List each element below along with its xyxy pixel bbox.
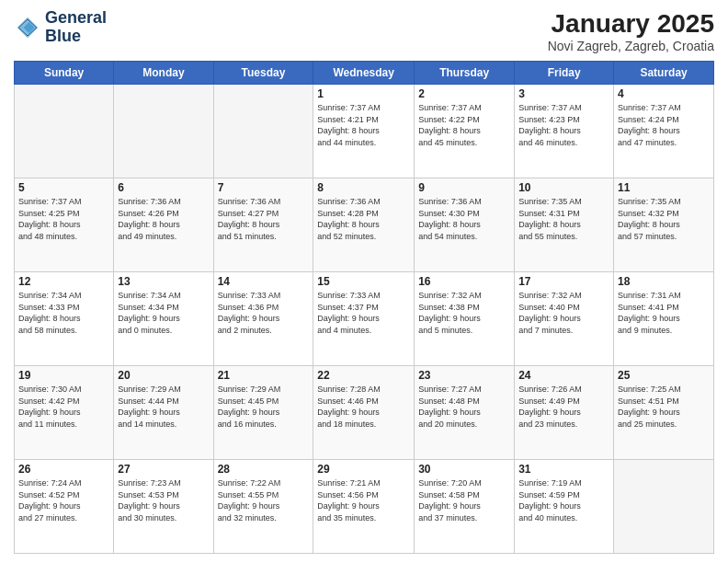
day-info: Sunrise: 7:28 AM Sunset: 4:46 PM Dayligh… <box>317 384 410 430</box>
calendar-cell: 6Sunrise: 7:36 AM Sunset: 4:26 PM Daylig… <box>114 178 213 272</box>
day-number: 13 <box>118 275 209 288</box>
calendar-cell: 25Sunrise: 7:25 AM Sunset: 4:51 PM Dayli… <box>614 366 714 460</box>
day-info: Sunrise: 7:37 AM Sunset: 4:21 PM Dayligh… <box>317 102 410 148</box>
day-info: Sunrise: 7:23 AM Sunset: 4:53 PM Dayligh… <box>118 477 209 523</box>
logo: General Blue <box>14 9 107 46</box>
calendar-week-3: 12Sunrise: 7:34 AM Sunset: 4:33 PM Dayli… <box>15 272 714 366</box>
day-number: 31 <box>518 463 609 476</box>
calendar-cell: 20Sunrise: 7:29 AM Sunset: 4:44 PM Dayli… <box>114 366 213 460</box>
day-info: Sunrise: 7:37 AM Sunset: 4:25 PM Dayligh… <box>18 196 109 242</box>
day-info: Sunrise: 7:33 AM Sunset: 4:37 PM Dayligh… <box>317 290 410 336</box>
logo-line1: General <box>45 9 107 28</box>
calendar-cell: 18Sunrise: 7:31 AM Sunset: 4:41 PM Dayli… <box>614 272 714 366</box>
calendar-cell: 22Sunrise: 7:28 AM Sunset: 4:46 PM Dayli… <box>313 366 415 460</box>
day-info: Sunrise: 7:25 AM Sunset: 4:51 PM Dayligh… <box>618 384 710 430</box>
day-info: Sunrise: 7:33 AM Sunset: 4:36 PM Dayligh… <box>218 290 310 336</box>
calendar-week-2: 5Sunrise: 7:37 AM Sunset: 4:25 PM Daylig… <box>15 178 714 272</box>
day-number: 4 <box>618 87 710 100</box>
logo-icon <box>14 14 41 41</box>
day-number: 20 <box>118 369 209 382</box>
weekday-header-friday: Friday <box>515 62 614 85</box>
day-number: 11 <box>618 181 710 194</box>
day-number: 16 <box>418 275 510 288</box>
day-info: Sunrise: 7:34 AM Sunset: 4:33 PM Dayligh… <box>18 290 109 336</box>
day-number: 8 <box>317 181 410 194</box>
day-number: 30 <box>418 463 510 476</box>
day-info: Sunrise: 7:29 AM Sunset: 4:44 PM Dayligh… <box>118 384 209 430</box>
calendar-cell: 28Sunrise: 7:22 AM Sunset: 4:55 PM Dayli… <box>213 460 313 554</box>
day-number: 10 <box>518 181 609 194</box>
weekday-header-row: SundayMondayTuesdayWednesdayThursdayFrid… <box>15 62 714 85</box>
day-number: 5 <box>18 181 109 194</box>
calendar-week-5: 26Sunrise: 7:24 AM Sunset: 4:52 PM Dayli… <box>15 460 714 554</box>
calendar-cell: 16Sunrise: 7:32 AM Sunset: 4:38 PM Dayli… <box>415 272 515 366</box>
day-number: 21 <box>218 369 310 382</box>
calendar-cell <box>614 460 714 554</box>
calendar-cell: 23Sunrise: 7:27 AM Sunset: 4:48 PM Dayli… <box>415 366 515 460</box>
day-number: 18 <box>618 275 710 288</box>
day-number: 22 <box>317 369 410 382</box>
day-number: 9 <box>418 181 510 194</box>
day-number: 23 <box>418 369 510 382</box>
calendar-cell <box>213 85 313 178</box>
logo-line2: Blue <box>45 28 107 46</box>
calendar-cell: 5Sunrise: 7:37 AM Sunset: 4:25 PM Daylig… <box>15 178 114 272</box>
day-info: Sunrise: 7:32 AM Sunset: 4:38 PM Dayligh… <box>418 290 510 336</box>
calendar-cell: 13Sunrise: 7:34 AM Sunset: 4:34 PM Dayli… <box>114 272 213 366</box>
calendar-week-1: 1Sunrise: 7:37 AM Sunset: 4:21 PM Daylig… <box>15 85 714 178</box>
day-info: Sunrise: 7:30 AM Sunset: 4:42 PM Dayligh… <box>18 384 109 430</box>
day-number: 7 <box>218 181 310 194</box>
weekday-header-wednesday: Wednesday <box>313 62 415 85</box>
day-number: 17 <box>518 275 609 288</box>
weekday-header-saturday: Saturday <box>614 62 714 85</box>
day-info: Sunrise: 7:37 AM Sunset: 4:23 PM Dayligh… <box>518 102 609 148</box>
calendar-cell: 31Sunrise: 7:19 AM Sunset: 4:59 PM Dayli… <box>515 460 614 554</box>
calendar-cell: 1Sunrise: 7:37 AM Sunset: 4:21 PM Daylig… <box>313 85 415 178</box>
day-info: Sunrise: 7:36 AM Sunset: 4:28 PM Dayligh… <box>317 196 410 242</box>
day-info: Sunrise: 7:26 AM Sunset: 4:49 PM Dayligh… <box>518 384 609 430</box>
day-number: 3 <box>518 87 609 100</box>
calendar-cell: 17Sunrise: 7:32 AM Sunset: 4:40 PM Dayli… <box>515 272 614 366</box>
calendar-cell: 8Sunrise: 7:36 AM Sunset: 4:28 PM Daylig… <box>313 178 415 272</box>
page: General Blue January 2025 Novi Zagreb, Z… <box>0 0 728 563</box>
day-info: Sunrise: 7:24 AM Sunset: 4:52 PM Dayligh… <box>18 477 109 523</box>
calendar-cell: 4Sunrise: 7:37 AM Sunset: 4:24 PM Daylig… <box>614 85 714 178</box>
day-info: Sunrise: 7:20 AM Sunset: 4:58 PM Dayligh… <box>418 477 510 523</box>
calendar-cell: 19Sunrise: 7:30 AM Sunset: 4:42 PM Dayli… <box>15 366 114 460</box>
calendar-cell: 26Sunrise: 7:24 AM Sunset: 4:52 PM Dayli… <box>15 460 114 554</box>
day-number: 14 <box>218 275 310 288</box>
calendar-cell <box>15 85 114 178</box>
title-block: January 2025 Novi Zagreb, Zagreb, Croati… <box>548 9 714 53</box>
day-info: Sunrise: 7:35 AM Sunset: 4:31 PM Dayligh… <box>518 196 609 242</box>
weekday-header-monday: Monday <box>114 62 213 85</box>
calendar-cell: 27Sunrise: 7:23 AM Sunset: 4:53 PM Dayli… <box>114 460 213 554</box>
day-info: Sunrise: 7:36 AM Sunset: 4:26 PM Dayligh… <box>118 196 209 242</box>
day-info: Sunrise: 7:36 AM Sunset: 4:30 PM Dayligh… <box>418 196 510 242</box>
day-info: Sunrise: 7:19 AM Sunset: 4:59 PM Dayligh… <box>518 477 609 523</box>
day-info: Sunrise: 7:22 AM Sunset: 4:55 PM Dayligh… <box>218 477 310 523</box>
weekday-header-thursday: Thursday <box>415 62 515 85</box>
day-info: Sunrise: 7:27 AM Sunset: 4:48 PM Dayligh… <box>418 384 510 430</box>
day-info: Sunrise: 7:36 AM Sunset: 4:27 PM Dayligh… <box>218 196 310 242</box>
calendar-cell: 11Sunrise: 7:35 AM Sunset: 4:32 PM Dayli… <box>614 178 714 272</box>
day-info: Sunrise: 7:32 AM Sunset: 4:40 PM Dayligh… <box>518 290 609 336</box>
calendar-cell <box>114 85 213 178</box>
day-number: 28 <box>218 463 310 476</box>
day-number: 6 <box>118 181 209 194</box>
weekday-header-tuesday: Tuesday <box>213 62 313 85</box>
day-number: 24 <box>518 369 609 382</box>
calendar-cell: 24Sunrise: 7:26 AM Sunset: 4:49 PM Dayli… <box>515 366 614 460</box>
month-title: January 2025 <box>548 9 714 39</box>
day-number: 25 <box>618 369 710 382</box>
weekday-header-sunday: Sunday <box>15 62 114 85</box>
day-number: 1 <box>317 87 410 100</box>
calendar-cell: 29Sunrise: 7:21 AM Sunset: 4:56 PM Dayli… <box>313 460 415 554</box>
calendar-cell: 15Sunrise: 7:33 AM Sunset: 4:37 PM Dayli… <box>313 272 415 366</box>
day-number: 19 <box>18 369 109 382</box>
calendar-cell: 9Sunrise: 7:36 AM Sunset: 4:30 PM Daylig… <box>415 178 515 272</box>
day-number: 15 <box>317 275 410 288</box>
calendar-cell: 7Sunrise: 7:36 AM Sunset: 4:27 PM Daylig… <box>213 178 313 272</box>
day-info: Sunrise: 7:31 AM Sunset: 4:41 PM Dayligh… <box>618 290 710 336</box>
logo-text: General Blue <box>45 9 107 46</box>
calendar: SundayMondayTuesdayWednesdayThursdayFrid… <box>14 61 714 554</box>
